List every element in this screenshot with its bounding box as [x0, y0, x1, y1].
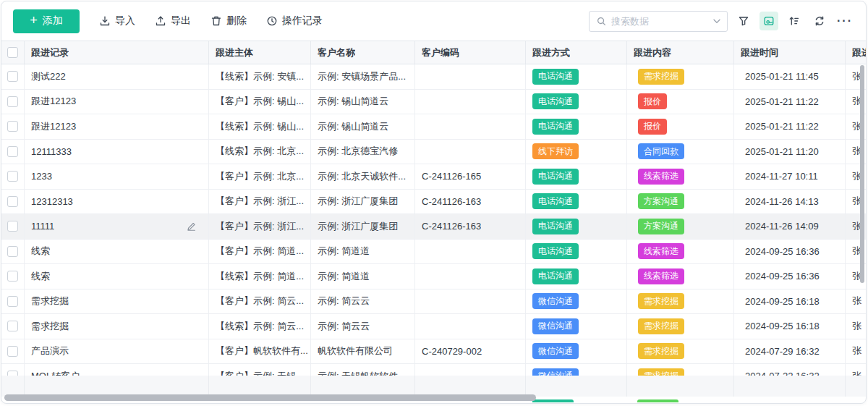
- row-checkbox-cell: [1, 314, 25, 339]
- table-row[interactable]: 跟进12123【客户】示例: 锡山...示例: 锡山简道云电话沟通报价2025-…: [1, 90, 866, 115]
- row-checkbox[interactable]: [7, 296, 18, 307]
- record-cell: 测试222: [25, 64, 209, 89]
- table-row[interactable]: MQL转客户【客户】示例: 无锡...示例: 无锡帆软软件微信沟通需求挖掘202…: [1, 364, 866, 376]
- export-button[interactable]: 导出: [155, 14, 191, 28]
- table-row[interactable]: 需求挖掘【线索】示例: 简云...示例: 简云云微信沟通需求挖掘2024-09-…: [1, 314, 866, 339]
- display-settings-icon: [763, 15, 775, 27]
- content-cell: 需求挖掘: [627, 339, 734, 364]
- customer-code-cell: C-241126-163: [415, 214, 526, 239]
- row-checkbox[interactable]: [7, 371, 18, 376]
- table-row[interactable]: 线索【线索】示例: 简道...示例: 简道道电话沟通线索筛选2024-09-25…: [1, 264, 866, 289]
- row-checkbox[interactable]: [7, 96, 18, 107]
- time-cell: 2024-11-27 10:11: [734, 164, 846, 189]
- table-row[interactable]: 需求挖掘【客户】示例: 简云...示例: 简云云微信沟通需求挖掘2024-09-…: [1, 289, 866, 315]
- delete-button[interactable]: 删除: [210, 14, 247, 28]
- subject-cell: 【客户】帆软软件有...: [209, 339, 311, 364]
- edit-icon[interactable]: [186, 221, 197, 232]
- row-checkbox[interactable]: [7, 221, 18, 232]
- chevron-down-icon[interactable]: [713, 19, 720, 24]
- customer-code-cell: [415, 264, 526, 289]
- table-row[interactable]: 产品演示【客户】帆软软件有...帆软软件有限公司C-240729-002微信沟通…: [1, 339, 866, 365]
- row-checkbox[interactable]: [7, 121, 18, 132]
- vertical-scrollbar[interactable]: [860, 65, 864, 283]
- row-checkbox[interactable]: [7, 146, 18, 157]
- column-header-2[interactable]: 跟进主体: [209, 41, 311, 64]
- subject-cell-text: 【客户】帆软软件有...: [216, 344, 308, 358]
- operation-log-button[interactable]: 操作记录: [266, 14, 323, 28]
- customer-name-cell: 示例: 简道道: [311, 240, 415, 264]
- time-text: 2025-01-21 11:22: [745, 96, 819, 107]
- row-checkbox[interactable]: [7, 171, 18, 182]
- subject-cell: 【客户】示例: 北京...: [209, 164, 311, 189]
- method-cell: 微信沟通: [526, 314, 627, 339]
- time-text: 2024-11-27 10:11: [745, 171, 818, 182]
- time-text: 2024-07-29 16:32: [745, 346, 820, 357]
- owner-cell: 张: [846, 364, 866, 376]
- customer-name-cell-text: 示例: 锡山简道云: [318, 95, 388, 108]
- owner-cell: 张: [846, 339, 866, 364]
- column-header-8[interactable]: 跟进人: [846, 41, 867, 64]
- row-checkbox[interactable]: [7, 196, 18, 207]
- column-header-3[interactable]: 客户名称: [311, 41, 415, 64]
- record-text: 需求挖掘: [31, 295, 69, 308]
- column-header-7[interactable]: 跟进时间: [734, 41, 846, 64]
- content-badge: 报价: [638, 93, 667, 109]
- row-checkbox-cell: [1, 190, 25, 214]
- more-button[interactable]: ···: [835, 12, 854, 30]
- table-row[interactable]: 12312313【客户】示例: 浙江...示例: 浙江广厦集团C-241126-…: [1, 190, 866, 215]
- table-row[interactable]: 测试222【线索】示例: 安镇...示例: 安镇场景产品...电话沟通需求挖掘2…: [1, 64, 866, 90]
- time-text: 2024-11-26 14:09: [745, 221, 819, 232]
- table-row[interactable]: 线索【客户】示例: 简道...示例: 简道道电话沟通线索筛选2024-09-25…: [1, 240, 866, 265]
- table-row[interactable]: 12111333【线索】示例: 北京...示例: 北京德宝汽修线下拜访合同回款2…: [1, 140, 866, 165]
- row-checkbox[interactable]: [7, 321, 18, 331]
- column-header-6[interactable]: 跟进内容: [627, 41, 734, 64]
- subject-cell-text: 【客户】示例: 简云...: [216, 295, 304, 308]
- filter-button[interactable]: [734, 12, 753, 30]
- sort-button[interactable]: [785, 12, 804, 30]
- method-badge: 电话沟通: [532, 193, 579, 209]
- select-all-checkbox[interactable]: [7, 47, 18, 58]
- refresh-icon: [814, 15, 825, 27]
- customer-name-cell-text: 示例: 简云云: [318, 295, 370, 308]
- trash-icon: [210, 15, 222, 27]
- add-button[interactable]: + 添加: [13, 9, 80, 33]
- search-input[interactable]: [611, 16, 709, 27]
- refresh-button[interactable]: [810, 12, 829, 30]
- import-button[interactable]: 导入: [99, 14, 135, 28]
- customer-code-cell: [415, 64, 526, 89]
- time-cell: 2024-09-25 16:18: [734, 289, 846, 314]
- column-header-label: 跟进记录: [31, 46, 69, 59]
- peek-content-badge: [637, 399, 678, 402]
- method-cell: 电话沟通: [526, 190, 627, 214]
- column-header-4[interactable]: 客户编码: [415, 41, 526, 64]
- column-header-5[interactable]: 跟进方式: [526, 41, 627, 64]
- customer-code-cell: C-241126-165: [415, 164, 526, 189]
- footer-cell: [734, 376, 846, 397]
- column-header-1[interactable]: 跟进记录: [25, 41, 209, 64]
- subject-cell-text: 【客户】示例: 北京...: [216, 170, 304, 183]
- row-checkbox[interactable]: [7, 246, 18, 257]
- table-row[interactable]: 跟进12123【线索】示例: 锡山...示例: 锡山简道云电话沟通报价2025-…: [1, 114, 866, 140]
- row-checkbox[interactable]: [7, 71, 18, 82]
- table-row[interactable]: 11111【客户】示例: 浙江...示例: 浙江广厦集团C-241126-163…: [1, 214, 866, 240]
- record-text: 测试222: [31, 70, 66, 83]
- time-text: 2024-09-25 16:18: [745, 296, 820, 307]
- row-checkbox[interactable]: [7, 346, 18, 357]
- subject-cell-text: 【客户】示例: 浙江...: [216, 195, 304, 208]
- method-cell: 电话沟通: [526, 214, 627, 239]
- record-cell: 需求挖掘: [25, 314, 209, 339]
- horizontal-scrollbar[interactable]: [4, 394, 536, 401]
- time-cell: 2025-01-21 11:22: [734, 114, 846, 139]
- search-box[interactable]: [589, 11, 728, 32]
- row-checkbox[interactable]: [7, 271, 18, 282]
- footer-cell: [25, 376, 209, 397]
- time-text: 2024-09-25 16:18: [745, 321, 820, 331]
- time-cell: 2024-11-26 14:09: [734, 214, 846, 239]
- customer-code-cell-text: C-241126-163: [422, 196, 481, 207]
- display-settings-button[interactable]: [760, 12, 778, 30]
- table-row[interactable]: 1233【客户】示例: 北京...示例: 北京天诚软件...C-241126-1…: [1, 164, 866, 190]
- time-text: 2024-09-25 16:36: [745, 271, 820, 282]
- footer-cell: [846, 376, 867, 397]
- customer-name-cell: 示例: 浙江广厦集团: [311, 214, 415, 239]
- record-text: 线索: [31, 245, 50, 258]
